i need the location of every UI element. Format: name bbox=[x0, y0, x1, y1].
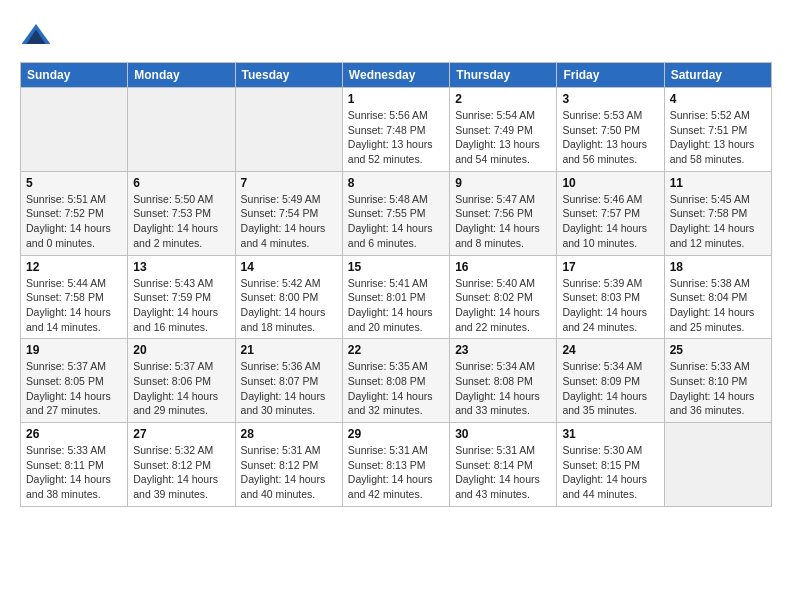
day-info: Sunrise: 5:34 AM Sunset: 8:09 PM Dayligh… bbox=[562, 359, 658, 418]
day-header-saturday: Saturday bbox=[664, 63, 771, 88]
day-number: 30 bbox=[455, 427, 551, 441]
day-number: 17 bbox=[562, 260, 658, 274]
day-info: Sunrise: 5:30 AM Sunset: 8:15 PM Dayligh… bbox=[562, 443, 658, 502]
day-number: 16 bbox=[455, 260, 551, 274]
day-number: 13 bbox=[133, 260, 229, 274]
day-info: Sunrise: 5:41 AM Sunset: 8:01 PM Dayligh… bbox=[348, 276, 444, 335]
day-info: Sunrise: 5:48 AM Sunset: 7:55 PM Dayligh… bbox=[348, 192, 444, 251]
calendar-cell: 29Sunrise: 5:31 AM Sunset: 8:13 PM Dayli… bbox=[342, 423, 449, 507]
day-number: 11 bbox=[670, 176, 766, 190]
day-info: Sunrise: 5:44 AM Sunset: 7:58 PM Dayligh… bbox=[26, 276, 122, 335]
page-header bbox=[20, 20, 772, 52]
calendar-cell: 2Sunrise: 5:54 AM Sunset: 7:49 PM Daylig… bbox=[450, 88, 557, 172]
day-header-thursday: Thursday bbox=[450, 63, 557, 88]
calendar-week-row: 1Sunrise: 5:56 AM Sunset: 7:48 PM Daylig… bbox=[21, 88, 772, 172]
day-number: 31 bbox=[562, 427, 658, 441]
calendar-cell: 23Sunrise: 5:34 AM Sunset: 8:08 PM Dayli… bbox=[450, 339, 557, 423]
calendar-cell: 7Sunrise: 5:49 AM Sunset: 7:54 PM Daylig… bbox=[235, 171, 342, 255]
calendar-cell: 28Sunrise: 5:31 AM Sunset: 8:12 PM Dayli… bbox=[235, 423, 342, 507]
day-number: 3 bbox=[562, 92, 658, 106]
day-info: Sunrise: 5:46 AM Sunset: 7:57 PM Dayligh… bbox=[562, 192, 658, 251]
day-number: 1 bbox=[348, 92, 444, 106]
day-number: 27 bbox=[133, 427, 229, 441]
calendar-week-row: 5Sunrise: 5:51 AM Sunset: 7:52 PM Daylig… bbox=[21, 171, 772, 255]
day-number: 18 bbox=[670, 260, 766, 274]
day-info: Sunrise: 5:40 AM Sunset: 8:02 PM Dayligh… bbox=[455, 276, 551, 335]
day-number: 5 bbox=[26, 176, 122, 190]
day-info: Sunrise: 5:37 AM Sunset: 8:05 PM Dayligh… bbox=[26, 359, 122, 418]
day-number: 2 bbox=[455, 92, 551, 106]
day-number: 10 bbox=[562, 176, 658, 190]
day-number: 14 bbox=[241, 260, 337, 274]
day-number: 22 bbox=[348, 343, 444, 357]
calendar-cell: 9Sunrise: 5:47 AM Sunset: 7:56 PM Daylig… bbox=[450, 171, 557, 255]
day-info: Sunrise: 5:51 AM Sunset: 7:52 PM Dayligh… bbox=[26, 192, 122, 251]
calendar-cell: 26Sunrise: 5:33 AM Sunset: 8:11 PM Dayli… bbox=[21, 423, 128, 507]
day-number: 12 bbox=[26, 260, 122, 274]
day-info: Sunrise: 5:35 AM Sunset: 8:08 PM Dayligh… bbox=[348, 359, 444, 418]
day-info: Sunrise: 5:49 AM Sunset: 7:54 PM Dayligh… bbox=[241, 192, 337, 251]
calendar-cell: 30Sunrise: 5:31 AM Sunset: 8:14 PM Dayli… bbox=[450, 423, 557, 507]
calendar-week-row: 12Sunrise: 5:44 AM Sunset: 7:58 PM Dayli… bbox=[21, 255, 772, 339]
day-number: 6 bbox=[133, 176, 229, 190]
day-number: 23 bbox=[455, 343, 551, 357]
calendar-cell: 22Sunrise: 5:35 AM Sunset: 8:08 PM Dayli… bbox=[342, 339, 449, 423]
calendar-cell: 17Sunrise: 5:39 AM Sunset: 8:03 PM Dayli… bbox=[557, 255, 664, 339]
day-info: Sunrise: 5:39 AM Sunset: 8:03 PM Dayligh… bbox=[562, 276, 658, 335]
day-info: Sunrise: 5:31 AM Sunset: 8:13 PM Dayligh… bbox=[348, 443, 444, 502]
day-info: Sunrise: 5:34 AM Sunset: 8:08 PM Dayligh… bbox=[455, 359, 551, 418]
calendar-cell: 19Sunrise: 5:37 AM Sunset: 8:05 PM Dayli… bbox=[21, 339, 128, 423]
day-number: 21 bbox=[241, 343, 337, 357]
day-number: 26 bbox=[26, 427, 122, 441]
calendar-header-row: SundayMondayTuesdayWednesdayThursdayFrid… bbox=[21, 63, 772, 88]
calendar-cell: 31Sunrise: 5:30 AM Sunset: 8:15 PM Dayli… bbox=[557, 423, 664, 507]
day-info: Sunrise: 5:43 AM Sunset: 7:59 PM Dayligh… bbox=[133, 276, 229, 335]
calendar: SundayMondayTuesdayWednesdayThursdayFrid… bbox=[20, 62, 772, 507]
day-info: Sunrise: 5:42 AM Sunset: 8:00 PM Dayligh… bbox=[241, 276, 337, 335]
day-number: 29 bbox=[348, 427, 444, 441]
day-info: Sunrise: 5:56 AM Sunset: 7:48 PM Dayligh… bbox=[348, 108, 444, 167]
day-number: 9 bbox=[455, 176, 551, 190]
day-info: Sunrise: 5:53 AM Sunset: 7:50 PM Dayligh… bbox=[562, 108, 658, 167]
day-info: Sunrise: 5:38 AM Sunset: 8:04 PM Dayligh… bbox=[670, 276, 766, 335]
calendar-cell: 18Sunrise: 5:38 AM Sunset: 8:04 PM Dayli… bbox=[664, 255, 771, 339]
calendar-cell: 21Sunrise: 5:36 AM Sunset: 8:07 PM Dayli… bbox=[235, 339, 342, 423]
calendar-cell: 13Sunrise: 5:43 AM Sunset: 7:59 PM Dayli… bbox=[128, 255, 235, 339]
day-header-wednesday: Wednesday bbox=[342, 63, 449, 88]
calendar-cell: 12Sunrise: 5:44 AM Sunset: 7:58 PM Dayli… bbox=[21, 255, 128, 339]
day-info: Sunrise: 5:54 AM Sunset: 7:49 PM Dayligh… bbox=[455, 108, 551, 167]
day-info: Sunrise: 5:32 AM Sunset: 8:12 PM Dayligh… bbox=[133, 443, 229, 502]
day-number: 19 bbox=[26, 343, 122, 357]
calendar-cell bbox=[235, 88, 342, 172]
day-number: 8 bbox=[348, 176, 444, 190]
day-info: Sunrise: 5:45 AM Sunset: 7:58 PM Dayligh… bbox=[670, 192, 766, 251]
calendar-cell: 11Sunrise: 5:45 AM Sunset: 7:58 PM Dayli… bbox=[664, 171, 771, 255]
day-number: 25 bbox=[670, 343, 766, 357]
day-info: Sunrise: 5:31 AM Sunset: 8:12 PM Dayligh… bbox=[241, 443, 337, 502]
calendar-cell bbox=[21, 88, 128, 172]
calendar-cell: 4Sunrise: 5:52 AM Sunset: 7:51 PM Daylig… bbox=[664, 88, 771, 172]
calendar-cell: 24Sunrise: 5:34 AM Sunset: 8:09 PM Dayli… bbox=[557, 339, 664, 423]
calendar-cell: 15Sunrise: 5:41 AM Sunset: 8:01 PM Dayli… bbox=[342, 255, 449, 339]
calendar-cell: 5Sunrise: 5:51 AM Sunset: 7:52 PM Daylig… bbox=[21, 171, 128, 255]
day-header-sunday: Sunday bbox=[21, 63, 128, 88]
day-info: Sunrise: 5:33 AM Sunset: 8:10 PM Dayligh… bbox=[670, 359, 766, 418]
calendar-cell: 25Sunrise: 5:33 AM Sunset: 8:10 PM Dayli… bbox=[664, 339, 771, 423]
calendar-cell: 6Sunrise: 5:50 AM Sunset: 7:53 PM Daylig… bbox=[128, 171, 235, 255]
day-info: Sunrise: 5:47 AM Sunset: 7:56 PM Dayligh… bbox=[455, 192, 551, 251]
calendar-cell: 10Sunrise: 5:46 AM Sunset: 7:57 PM Dayli… bbox=[557, 171, 664, 255]
calendar-cell: 14Sunrise: 5:42 AM Sunset: 8:00 PM Dayli… bbox=[235, 255, 342, 339]
calendar-cell: 3Sunrise: 5:53 AM Sunset: 7:50 PM Daylig… bbox=[557, 88, 664, 172]
day-header-tuesday: Tuesday bbox=[235, 63, 342, 88]
calendar-week-row: 19Sunrise: 5:37 AM Sunset: 8:05 PM Dayli… bbox=[21, 339, 772, 423]
day-number: 24 bbox=[562, 343, 658, 357]
logo-icon bbox=[20, 20, 52, 52]
day-number: 4 bbox=[670, 92, 766, 106]
calendar-cell: 20Sunrise: 5:37 AM Sunset: 8:06 PM Dayli… bbox=[128, 339, 235, 423]
day-header-friday: Friday bbox=[557, 63, 664, 88]
calendar-cell: 27Sunrise: 5:32 AM Sunset: 8:12 PM Dayli… bbox=[128, 423, 235, 507]
calendar-week-row: 26Sunrise: 5:33 AM Sunset: 8:11 PM Dayli… bbox=[21, 423, 772, 507]
day-info: Sunrise: 5:31 AM Sunset: 8:14 PM Dayligh… bbox=[455, 443, 551, 502]
day-header-monday: Monday bbox=[128, 63, 235, 88]
day-info: Sunrise: 5:52 AM Sunset: 7:51 PM Dayligh… bbox=[670, 108, 766, 167]
